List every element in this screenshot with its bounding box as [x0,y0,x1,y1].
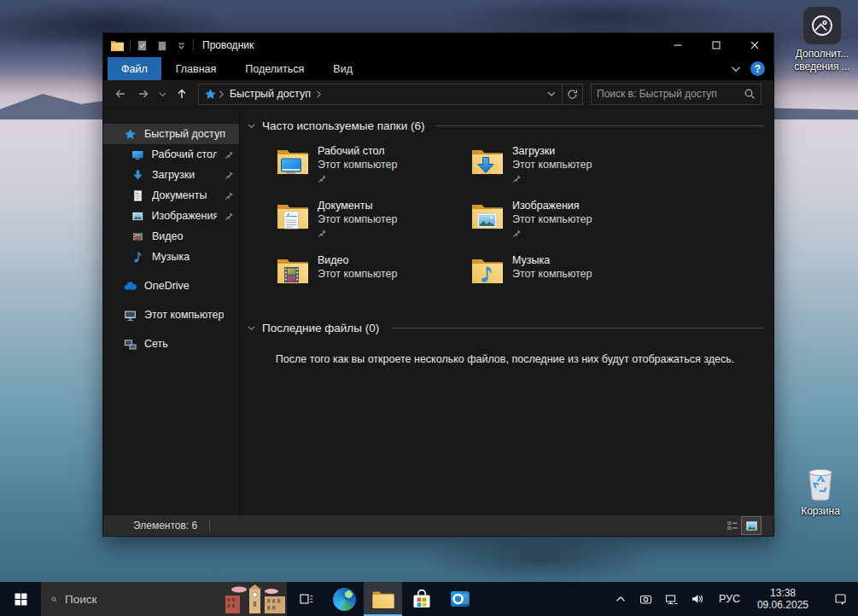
pin-icon [318,174,327,183]
task-view-button[interactable] [287,582,325,616]
volume-icon[interactable] [686,582,709,616]
ribbon-tabs: Файл Главная Поделиться Вид ? [103,57,773,80]
taskbar-clock[interactable]: 13:38 09.06.2025 [750,587,815,611]
forward-button[interactable] [133,84,154,104]
taskbar-search-box[interactable] [41,582,287,616]
film-icon [131,230,144,243]
divider [435,125,763,126]
pin-icon [512,229,522,238]
address-bar[interactable]: Быстрый доступ [198,84,583,105]
divider [209,520,210,532]
sidebar-item-onedrive[interactable]: OneDrive [103,276,239,296]
properties-icon[interactable] [136,39,149,52]
pin-icon [225,171,234,180]
taskbar-explorer-button[interactable] [364,582,402,616]
network-tray-icon[interactable] [661,582,683,616]
taskbar-store-button[interactable] [402,582,441,616]
pin-icon [225,150,234,160]
sidebar-item-downloads[interactable]: Загрузки [103,165,239,185]
download-icon [131,169,144,182]
maximize-button[interactable] [697,33,735,57]
explorer-app-icon [110,39,125,52]
details-view-button[interactable] [723,517,742,534]
sidebar-item-documents[interactable]: Документы [103,185,239,206]
taskbar: РУС 13:38 09.06.2025 [0,582,858,616]
address-dropdown-icon[interactable] [541,84,562,104]
expand-ribbon-icon[interactable] [730,63,742,75]
taskbar-edge-button[interactable] [325,582,364,616]
folder-tile-desktop[interactable]: Рабочий стол Этот компьютер [276,144,470,199]
desktop-icon-info[interactable]: Дополнит... сведения ... [785,7,858,73]
tab-share[interactable]: Поделиться [231,57,318,80]
cloud-icon [124,280,137,293]
network-icon [124,338,137,351]
folder-tile-music[interactable]: Музыка Этот компьютер [470,253,665,308]
search-highlight-illustration[interactable] [224,582,287,616]
desktop-icon-label: Корзина [784,505,857,518]
search-icon[interactable] [744,88,756,100]
new-folder-icon[interactable] [155,39,168,52]
tab-view[interactable]: Вид [318,57,367,80]
sidebar-item-quick-access[interactable]: Быстрый доступ [103,124,239,144]
frequent-folders-grid: Рабочий стол Этот компьютер Загрузки Это… [276,144,763,308]
tray-overflow-chevron-icon[interactable] [610,582,632,616]
section-frequent-folders: Часто используемые папки (6) [247,119,763,132]
taskbar-outlook-button[interactable] [441,582,479,616]
taskbar-search-input[interactable] [65,593,216,606]
recent-files-empty-message: После того как вы откроете несколько фай… [247,353,763,365]
clock-time: 13:38 [757,587,808,599]
sidebar-item-this-pc[interactable]: Этот компьютер [103,305,239,325]
section-title[interactable]: Часто используемые папки (6) [262,119,424,132]
computer-icon [124,309,137,322]
chevron-right-icon[interactable] [217,90,226,99]
tab-home[interactable]: Главная [161,57,231,80]
quick-access-star-icon [124,128,137,141]
explorer-window: Проводник Файл Главная Поделиться Вид ? … [102,32,774,537]
title-bar: Проводник [103,33,773,57]
explorer-search-input[interactable] [597,88,744,100]
status-bar: Элементов: 6 [103,515,773,536]
help-button[interactable]: ? [750,61,765,76]
up-button[interactable] [172,84,192,104]
refresh-icon[interactable] [562,84,582,104]
divider [390,328,763,328]
desktop-icon-recycle-bin[interactable]: Корзина [784,464,857,518]
divider [193,39,194,51]
tab-file[interactable]: Файл [108,57,161,80]
back-button[interactable] [110,84,131,104]
pin-icon [225,191,234,200]
meet-now-icon[interactable] [635,582,657,616]
sidebar-item-videos[interactable]: Видео [103,226,239,247]
folder-tile-pictures[interactable]: Изображения Этот компьютер [470,199,665,253]
quick-access-star-icon [204,88,217,101]
folder-tile-downloads[interactable]: Загрузки Этот компьютер [470,144,665,199]
sidebar-item-music[interactable]: Музыка [103,247,239,267]
explorer-search-box [591,84,762,105]
sidebar-item-desktop[interactable]: Рабочий стол [103,144,239,165]
divider [130,39,131,51]
action-center-icon[interactable] [829,582,851,616]
section-title[interactable]: Последние файлы (0) [262,322,379,334]
downloads-folder-icon [470,146,505,177]
chevron-right-icon[interactable] [314,90,324,99]
sidebar-item-pictures[interactable]: Изображения [103,206,239,226]
collapse-section-icon[interactable] [247,323,256,333]
close-button[interactable] [735,33,773,57]
language-indicator[interactable]: РУС [712,593,747,605]
desktop-icon-label: Дополнит... сведения ... [785,48,858,73]
section-recent-files: Последние файлы (0) [247,322,763,334]
window-title: Проводник [202,39,254,51]
quick-access-toolbar [136,39,188,52]
picture-icon [131,210,144,223]
thumbnail-view-button[interactable] [742,517,761,534]
customize-toolbar-icon[interactable] [175,39,188,52]
image-placeholder-icon [803,7,841,44]
sidebar-item-network[interactable]: Сеть [103,334,239,354]
breadcrumb[interactable]: Быстрый доступ [230,88,311,100]
collapse-section-icon[interactable] [247,121,256,131]
folder-tile-documents[interactable]: Документы Этот компьютер [276,199,470,253]
folder-tile-videos[interactable]: Видео Этот компьютер [276,253,470,308]
recent-locations-icon[interactable] [156,84,169,104]
minimize-button[interactable] [658,33,697,57]
start-button[interactable] [0,582,41,616]
